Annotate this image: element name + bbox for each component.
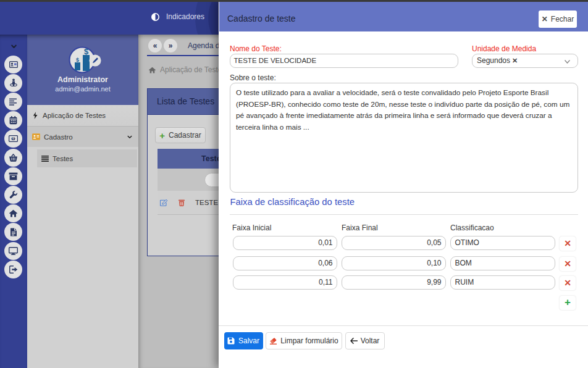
svg-text:$: $ [76,57,79,63]
svg-text:0: 0 [12,136,14,140]
svg-text:$: $ [84,47,89,56]
